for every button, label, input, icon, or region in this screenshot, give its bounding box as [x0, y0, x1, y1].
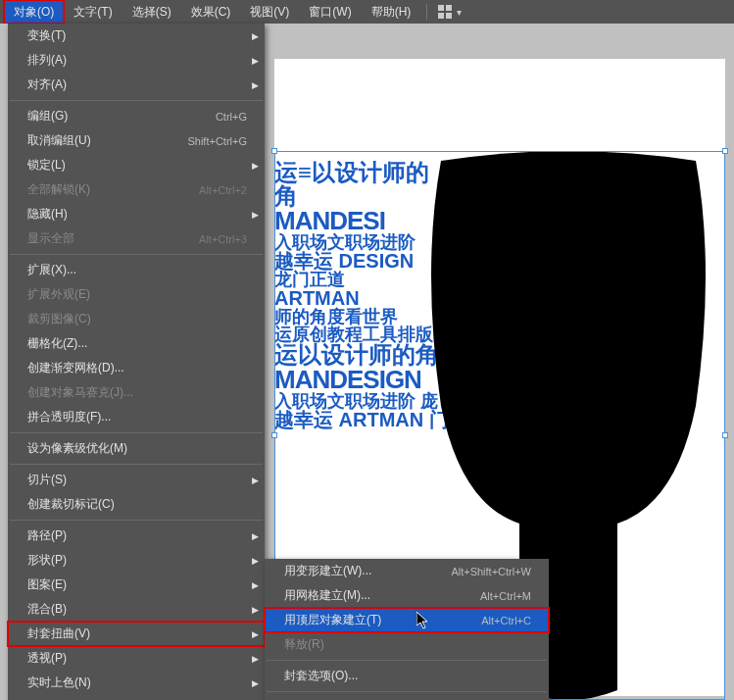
object-menu-item[interactable]: 设为像素级优化(M)	[8, 436, 265, 461]
object-menu-item[interactable]: 编组(G)Ctrl+G	[8, 104, 265, 128]
svg-rect-2	[438, 13, 444, 19]
menu-select[interactable]: 选择(S)	[122, 0, 181, 24]
menubar-separator	[426, 4, 427, 20]
object-menu-item: 显示全部Alt+Ctrl+3	[8, 226, 265, 251]
object-menu-item: 扩展外观(E)	[8, 282, 265, 307]
menu-separator	[267, 691, 547, 692]
submenu-arrow-icon: ▶	[252, 531, 259, 541]
submenu-arrow-icon: ▶	[252, 31, 259, 41]
envelope-submenu-item[interactable]: 用网格建立(M)...Alt+Ctrl+M	[265, 583, 549, 608]
selection-handle[interactable]	[271, 148, 277, 154]
object-menu-item[interactable]: 切片(S)▶	[8, 468, 265, 492]
submenu-arrow-icon: ▶	[252, 580, 259, 590]
menu-item-label: 拼合透明度(F)...	[27, 409, 111, 425]
object-menu-item[interactable]: 封套扭曲(V)▶	[8, 622, 265, 646]
menu-object[interactable]: 对象(O)	[4, 0, 64, 24]
svg-rect-3	[446, 13, 452, 19]
menu-item-label: 扩展(X)...	[27, 262, 76, 278]
menu-item-label: 切片(S)	[27, 472, 67, 488]
object-menu-item[interactable]: 混合(B)▶	[8, 597, 265, 622]
object-menu-item[interactable]: 对齐(A)▶	[8, 73, 265, 97]
menu-item-label: 形状(P)	[27, 552, 67, 569]
submenu-arrow-icon: ▶	[252, 629, 259, 639]
menu-item-label: 扩展外观(E)	[27, 286, 90, 303]
submenu-arrow-icon: ▶	[252, 475, 259, 485]
object-menu-item[interactable]: 创建裁切标记(C)	[8, 492, 265, 517]
selection-handle[interactable]	[271, 432, 277, 438]
object-menu-item[interactable]: 排列(A)▶	[8, 48, 265, 73]
object-menu-item[interactable]: 隐藏(H)▶	[8, 202, 265, 226]
menu-item-label: 隐藏(H)	[27, 206, 68, 223]
menu-item-label: 显示全部	[27, 230, 74, 247]
menubar: 对象(O) 文字(T) 选择(S) 效果(C) 视图(V) 窗口(W) 帮助(H…	[0, 0, 734, 24]
menu-separator	[10, 254, 263, 255]
menu-item-label: 栅格化(Z)...	[27, 335, 87, 352]
menu-item-label: 用网格建立(M)...	[284, 587, 370, 604]
object-menu-item: 创建对象马赛克(J)...	[8, 380, 265, 405]
menu-item-label: 用变形建立(W)...	[284, 563, 371, 579]
menu-item-label: 设为像素级优化(M)	[27, 440, 127, 457]
object-menu-item[interactable]: 形状(P)▶	[8, 548, 265, 573]
svg-rect-1	[446, 5, 452, 11]
menu-item-label: 全部解锁(K)	[27, 181, 90, 198]
object-menu-item[interactable]: 实时上色(N)▶	[8, 671, 265, 695]
menu-separator	[10, 432, 263, 433]
menu-item-label: 用顶层对象建立(T)	[284, 612, 381, 628]
object-menu-item[interactable]: 创建渐变网格(D)...	[8, 356, 265, 380]
menu-item-label: 排列(A)	[27, 52, 67, 69]
menu-item-label: 对齐(A)	[27, 76, 67, 93]
menu-item-label: 封套选项(O)...	[284, 668, 358, 684]
menu-item-label: 图案(E)	[27, 576, 67, 593]
envelope-submenu-item[interactable]: 用顶层对象建立(T)Alt+Ctrl+C	[265, 608, 549, 632]
menu-separator	[10, 464, 263, 465]
menu-item-shortcut: Alt+Shift+Ctrl+W	[451, 566, 531, 577]
submenu-arrow-icon: ▶	[252, 161, 259, 171]
envelope-submenu-item[interactable]: 用变形建立(W)...Alt+Shift+Ctrl+W	[265, 559, 549, 583]
menu-item-label: 取消编组(U)	[27, 132, 91, 149]
object-menu-item[interactable]: 扩展(X)...	[8, 258, 265, 282]
menu-item-shortcut: Alt+Ctrl+3	[199, 233, 247, 245]
submenu-arrow-icon: ▶	[252, 210, 259, 220]
menu-item-shortcut: Alt+Ctrl+M	[480, 590, 531, 602]
menu-separator	[10, 520, 263, 521]
menu-item-label: 透视(P)	[27, 650, 67, 667]
menu-item-label: 封套扭曲(V)	[27, 625, 90, 642]
menu-item-label: 创建渐变网格(D)...	[27, 360, 124, 376]
object-menu-item: 全部解锁(K)Alt+Ctrl+2	[8, 177, 265, 202]
submenu-arrow-icon: ▶	[252, 556, 259, 566]
object-menu-item[interactable]: 栅格化(Z)...	[8, 331, 265, 356]
menu-effect[interactable]: 效果(C)	[181, 0, 241, 24]
submenu-arrow-icon: ▶	[252, 80, 259, 90]
selection-handle[interactable]	[722, 432, 728, 438]
object-menu-item[interactable]: 路径(P)▶	[8, 524, 265, 548]
object-menu: 变换(T)▶排列(A)▶对齐(A)▶编组(G)Ctrl+G取消编组(U)Shif…	[8, 24, 265, 700]
envelope-distort-submenu: 用变形建立(W)...Alt+Shift+Ctrl+W用网格建立(M)...Al…	[265, 559, 549, 700]
object-menu-item[interactable]: 锁定(L)▶	[8, 153, 265, 177]
menu-item-label: 实时上色(N)	[27, 675, 91, 691]
menu-item-shortcut: Shift+Ctrl+G	[187, 135, 247, 147]
menu-item-label: 变换(T)	[27, 27, 66, 44]
object-menu-item[interactable]: 图案(E)▶	[8, 573, 265, 597]
menu-window[interactable]: 窗口(W)	[299, 0, 361, 24]
object-menu-item[interactable]: 取消编组(U)Shift+Ctrl+G	[8, 128, 265, 153]
menu-item-label: 编组(G)	[27, 108, 68, 125]
object-menu-item[interactable]: 图像描摹▶	[8, 695, 265, 700]
menu-item-label: 路径(P)	[27, 527, 67, 544]
menu-help[interactable]: 帮助(H)	[362, 0, 421, 24]
envelope-submenu-item[interactable]: 封套选项(O)...	[265, 664, 549, 688]
menu-item-label: 释放(R)	[284, 636, 324, 653]
svg-rect-0	[438, 5, 444, 11]
menu-separator	[267, 660, 547, 661]
object-menu-item[interactable]: 透视(P)▶	[8, 646, 265, 671]
menu-separator	[10, 100, 263, 101]
chevron-down-icon[interactable]: ▾	[457, 7, 462, 18]
object-menu-item[interactable]: 拼合透明度(F)...	[8, 405, 265, 429]
menu-view[interactable]: 视图(V)	[240, 0, 299, 24]
menu-item-shortcut: Ctrl+G	[216, 111, 247, 123]
object-menu-item[interactable]: 变换(T)▶	[8, 24, 265, 48]
grid-icon[interactable]	[437, 4, 453, 20]
menu-item-label: 创建对象马赛克(J)...	[27, 384, 133, 401]
menu-item-label: 混合(B)	[27, 601, 67, 618]
menu-type[interactable]: 文字(T)	[64, 0, 122, 24]
selection-handle[interactable]	[722, 148, 728, 154]
